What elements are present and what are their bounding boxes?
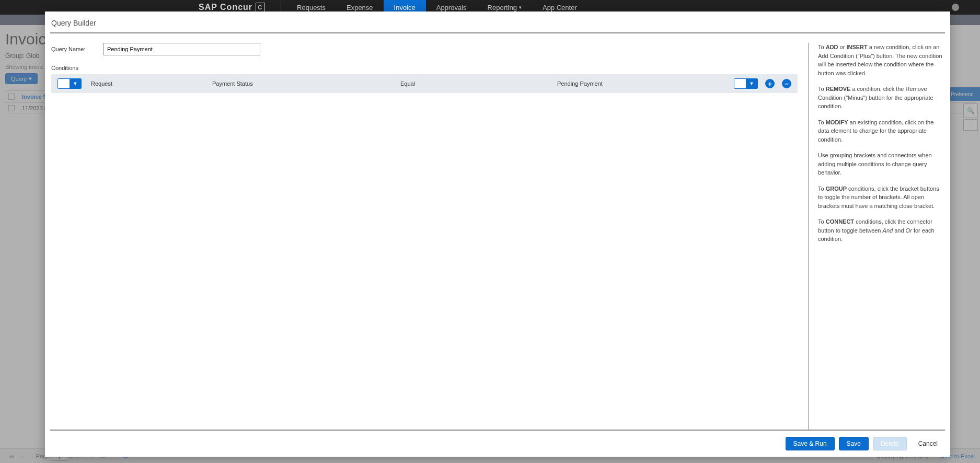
modal-left-panel: Query Name: Conditions ▼ Request Payment… <box>51 43 808 430</box>
brand-logo-icon: C <box>256 3 265 12</box>
caret-down-icon: ▾ <box>519 5 522 10</box>
profile-area <box>941 4 980 11</box>
help-modify: To MODIFY an existing condition, click o… <box>818 118 944 144</box>
query-name-input[interactable] <box>103 43 260 55</box>
bracket-dropdown-icon: ▼ <box>746 79 757 88</box>
delete-button: Delete <box>873 437 907 450</box>
remove-condition-icon[interactable]: − <box>782 79 791 88</box>
condition-operator[interactable]: Equal <box>400 80 557 87</box>
query-name-label: Query Name: <box>51 46 103 52</box>
condition-value[interactable]: Pending Payment <box>557 80 734 87</box>
condition-row: ▼ Request Payment Status Equal Pending P… <box>51 74 798 93</box>
bracket-left <box>58 79 70 88</box>
modal-title: Query Builder <box>45 11 950 32</box>
help-panel: To ADD or INSERT a new condition, click … <box>808 43 944 430</box>
brand: SAP Concur C <box>199 3 265 12</box>
help-grouping-note: Use grouping brackets and connectors whe… <box>818 151 944 177</box>
condition-entity[interactable]: Request <box>82 80 212 87</box>
query-builder-modal: Query Builder Query Name: Conditions ▼ R… <box>45 11 950 457</box>
conditions-label: Conditions <box>51 65 798 71</box>
modal-footer: Save & Run Save Delete Cancel <box>50 430 945 457</box>
help-add: To ADD or INSERT a new condition, click … <box>818 43 944 77</box>
condition-field[interactable]: Payment Status <box>212 80 400 87</box>
open-bracket-toggle[interactable]: ▼ <box>57 78 82 89</box>
brand-text: SAP Concur <box>199 3 252 12</box>
bracket-left <box>734 79 746 88</box>
add-condition-icon[interactable]: + <box>765 79 775 88</box>
close-bracket-toggle[interactable]: ▼ <box>734 78 758 89</box>
bracket-dropdown-icon: ▼ <box>70 79 81 88</box>
help-connect: To CONNECT conditions, click the connect… <box>818 217 944 244</box>
help-group: To GROUP conditions, click the bracket b… <box>818 184 944 211</box>
help-remove: To REMOVE a condition, click the Remove … <box>818 85 944 111</box>
cancel-button[interactable]: Cancel <box>911 437 945 450</box>
save-and-run-button[interactable]: Save & Run <box>786 437 835 450</box>
avatar-icon[interactable] <box>952 4 959 11</box>
save-button[interactable]: Save <box>839 437 869 450</box>
